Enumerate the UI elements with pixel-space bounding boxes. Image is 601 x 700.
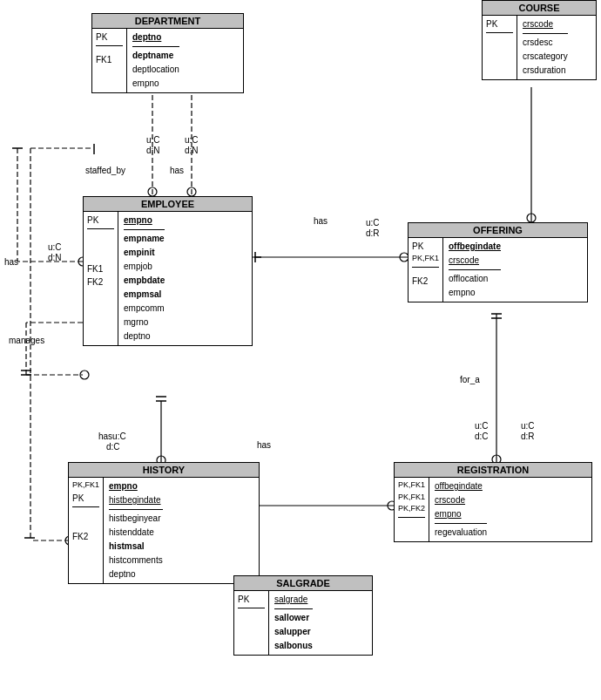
entity-employee: EMPLOYEE PK FK1 FK2 empno empname empini… — [83, 196, 253, 346]
entity-offering: OFFERING PK PK,FK1 FK2 offbegindate crsc… — [408, 222, 588, 302]
emp-fk1-label: FK1 — [87, 262, 114, 275]
entity-course: COURSE PK crscode crsdesc crscategory cr… — [482, 0, 597, 80]
hist-histcomments: histcomments — [109, 554, 163, 567]
label-has-hist: has — [257, 440, 271, 450]
off-pk-label: PK — [412, 240, 439, 253]
dept-deptname: deptname — [132, 49, 179, 63]
off-crscode: crscode — [449, 254, 501, 268]
hist-histenddate: histenddate — [109, 526, 163, 540]
svg-point-20 — [527, 214, 536, 222]
off-offlocation: offlocation — [449, 272, 501, 286]
entity-registration-header: REGISTRATION — [395, 463, 591, 478]
dept-deptlocation: deptlocation — [132, 63, 179, 77]
label-dr4: d:R — [366, 228, 380, 238]
label-uc3: u:C — [48, 242, 62, 252]
hist-histbegindate: histbegindate — [109, 493, 163, 507]
dept-pk-label: PK — [96, 31, 123, 44]
course-crscode: crscode — [523, 17, 568, 31]
label-staffed-by: staffed_by — [85, 166, 125, 175]
emp-empinit: empinit — [124, 246, 165, 260]
emp-empno: empno — [124, 214, 165, 228]
entity-salgrade-header: SALGRADE — [234, 576, 372, 591]
label-dc: d:C — [106, 442, 120, 452]
sal-salgrade: salgrade — [274, 593, 313, 607]
emp-empbdate: empbdate — [124, 274, 165, 288]
label-has-left: has — [4, 257, 18, 267]
sal-salbonus: salbonus — [274, 639, 313, 653]
label-hasu: hasu:C — [98, 432, 126, 441]
entity-salgrade: SALGRADE PK salgrade sallower salupper s… — [233, 575, 373, 656]
reg-regevaluation: regevaluation — [435, 526, 487, 540]
reg-offbegindate: offbegindate — [435, 479, 487, 493]
svg-point-1 — [148, 187, 157, 196]
dept-deptno: deptno — [132, 31, 179, 44]
label-dr6: d:R — [521, 432, 535, 441]
emp-empjob: empjob — [124, 260, 165, 274]
emp-mgrno: mgrno — [124, 316, 165, 330]
label-for-a: for_a — [460, 375, 480, 384]
reg-pkfk2-label: PK,FK2 — [398, 503, 425, 515]
course-crscategory: crscategory — [523, 50, 568, 64]
label-dc2: d:C — [475, 432, 489, 441]
hist-deptno: deptno — [109, 567, 163, 581]
emp-empcomm: empcomm — [124, 302, 165, 316]
label-uc5: u:C — [475, 421, 489, 431]
label-dn3: d:N — [48, 253, 62, 262]
entity-department: DEPARTMENT PK FK1 deptno deptname deptlo… — [91, 13, 244, 93]
reg-pkfk1b-label: PK,FK1 — [398, 492, 425, 504]
svg-point-13 — [80, 370, 89, 379]
course-pk-label: PK — [486, 17, 513, 31]
hist-histmsal: histmsal — [109, 540, 163, 554]
entity-history-header: HISTORY — [69, 463, 259, 478]
hist-empno: empno — [109, 479, 163, 493]
hist-pkfk1-label: PK,FK1 — [72, 479, 99, 492]
diagram-container: DEPARTMENT PK FK1 deptno deptname deptlo… — [0, 0, 601, 700]
entity-employee-header: EMPLOYEE — [84, 197, 252, 212]
off-empno: empno — [449, 286, 501, 300]
entity-history: HISTORY PK,FK1 PK FK2 empno histbegindat… — [68, 462, 260, 584]
dept-empno: empno — [132, 77, 179, 91]
sal-sallower: sallower — [274, 611, 313, 625]
entity-course-header: COURSE — [483, 1, 596, 16]
reg-pkfk1a-label: PK,FK1 — [398, 479, 425, 492]
label-dn2: d:N — [185, 146, 199, 155]
label-manages: manages — [9, 336, 44, 345]
emp-empname: empname — [124, 232, 165, 246]
off-fk2-label: FK2 — [412, 275, 439, 288]
label-uc6: u:C — [521, 421, 535, 431]
label-uc1: u:C — [146, 135, 160, 145]
sal-salupper: salupper — [274, 625, 313, 639]
off-offbegindate: offbegindate — [449, 240, 501, 254]
course-crsduration: crsduration — [523, 64, 568, 78]
reg-crscode: crscode — [435, 493, 487, 507]
emp-fk2-label: FK2 — [87, 275, 114, 289]
emp-pk-label: PK — [87, 214, 114, 227]
label-uc4: u:C — [366, 218, 380, 228]
hist-fk2-label: FK2 — [72, 530, 99, 543]
hist-pk-label: PK — [72, 492, 99, 505]
course-crsdesc: crsdesc — [523, 36, 568, 50]
label-has-dept: has — [170, 166, 184, 175]
label-uc2: u:C — [185, 135, 199, 145]
label-has-emp-off: has — [314, 216, 328, 226]
hist-histbeginyear: histbeginyear — [109, 512, 163, 526]
sal-pk-label: PK — [238, 593, 265, 606]
entity-offering-header: OFFERING — [409, 223, 587, 238]
svg-point-3 — [187, 187, 196, 196]
entity-department-header: DEPARTMENT — [92, 14, 243, 29]
reg-empno: empno — [435, 507, 487, 521]
label-dn1: d:N — [146, 146, 160, 155]
emp-empmsal: empmsal — [124, 288, 165, 302]
dept-fk1-label: FK1 — [96, 53, 123, 66]
emp-deptno: deptno — [124, 330, 165, 343]
entity-registration: REGISTRATION PK,FK1 PK,FK1 PK,FK2 offbeg… — [394, 462, 592, 542]
off-pkfk1-label: PK,FK1 — [412, 253, 439, 265]
